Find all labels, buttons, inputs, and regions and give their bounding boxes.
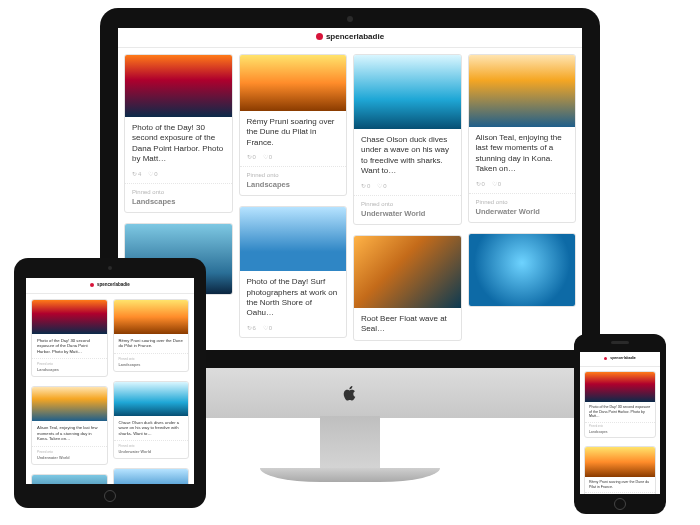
ipad-camera [108, 266, 112, 270]
pinned-onto-label: Pinned onto [476, 199, 569, 205]
ipad-device: spencerlabadie Photo of the Day! 30 seco… [14, 258, 206, 508]
pin-title: Rémy Pruni soaring over the Dune du Pila… [119, 338, 184, 349]
pin-card[interactable]: Root Beer Float wave at Seal… [353, 235, 462, 342]
repin-icon[interactable]: ↻4 [132, 170, 142, 177]
board-link[interactable]: Underwater World [37, 456, 102, 460]
repin-icon[interactable]: ↻0 [247, 153, 257, 160]
underwater-dive-image[interactable] [354, 55, 461, 129]
pin-meta: ↻4 ♡0 [132, 170, 225, 177]
like-icon[interactable]: ♡0 [263, 324, 273, 331]
board-link[interactable]: Underwater World [119, 450, 184, 454]
pin-grid: Photo of the Day! 30 second exposure of … [26, 294, 194, 484]
pin-meta: ↻6 ♡0 [247, 324, 340, 331]
dune-sunset-image[interactable] [585, 447, 655, 477]
pinned-onto-label: Pinned onto [37, 450, 102, 454]
surf-blue-image[interactable] [32, 475, 107, 484]
board-header: spencerlabadie [26, 278, 194, 294]
dune-sunset-image[interactable] [240, 55, 347, 111]
repin-icon[interactable]: ↻0 [361, 182, 371, 189]
pinned-onto-label: Pinned onto [361, 201, 454, 207]
brand-dot-icon [316, 33, 323, 40]
pin-card[interactable]: Photo of the Day! Surf photographers at … [113, 468, 190, 484]
like-icon[interactable]: ♡0 [148, 170, 158, 177]
ipad-screen: spencerlabadie Photo of the Day! 30 seco… [26, 278, 194, 484]
imac-camera [347, 16, 353, 22]
repin-icon[interactable]: ↻6 [247, 324, 257, 331]
iphone-device: spencerlabadie Photo of the Day! 30 seco… [574, 334, 666, 514]
board-link[interactable]: Landscapes [247, 180, 340, 189]
pin-title: Chase Olson duck dives under a wave on h… [361, 135, 454, 177]
board-header: spencerlabadie [118, 28, 582, 48]
board-header: spencerlabadie [580, 352, 660, 367]
pin-meta: ↻0 ♡0 [476, 180, 569, 187]
pin-card[interactable]: Chase Olson duck dives under a wave on h… [353, 54, 462, 225]
pinned-onto-label: Pinned onto [119, 357, 184, 361]
pin-grid: Photo of the Day! 30 second exposure of … [580, 367, 660, 494]
pin-title: Photo of the Day! 30 second exposure of … [132, 123, 225, 165]
sunset-pier-image[interactable] [585, 372, 655, 402]
board-link[interactable]: Underwater World [476, 207, 569, 216]
kona-wave-image[interactable] [469, 55, 576, 127]
sunset-pier-image[interactable] [125, 55, 232, 117]
pinned-onto-label: Pinned onto [37, 362, 102, 366]
like-icon[interactable]: ♡0 [377, 182, 387, 189]
wave-barrel-image[interactable] [354, 236, 461, 308]
pin-title: Rémy Pruni soaring over the Dune du Pila… [247, 117, 340, 148]
board-link[interactable]: Landscapes [119, 363, 184, 367]
blue-pool-image[interactable] [469, 234, 576, 306]
pin-title: Photo of the Day! 30 second exposure of … [37, 338, 102, 354]
apple-logo-icon [341, 384, 359, 402]
board-link[interactable]: Landscapes [589, 430, 651, 434]
repin-icon[interactable]: ↻0 [476, 180, 486, 187]
pin-title: Root Beer Float wave at Seal… [361, 314, 454, 335]
pin-card[interactable]: Rémy Pruni soaring over the Dune du Pila… [584, 446, 656, 494]
ipad-home-button[interactable] [104, 490, 116, 502]
board-link[interactable]: Landscapes [132, 197, 225, 206]
sunset-pier-image[interactable] [32, 300, 107, 334]
brand-dot-icon [604, 357, 607, 360]
pin-title: Photo of the Day! 30 second exposure of … [589, 405, 651, 419]
underwater-dive-image[interactable] [114, 382, 189, 416]
header-username[interactable]: spencerlabadie [97, 282, 130, 287]
like-icon[interactable]: ♡0 [492, 180, 502, 187]
pin-card[interactable]: Photo of the Day! 30 second exposure of … [584, 371, 656, 438]
pinned-onto-label: Pinned onto [132, 189, 225, 195]
pin-card[interactable]: Rémy Pruni soaring over the Dune du Pila… [239, 54, 348, 196]
iphone-speaker [611, 341, 629, 344]
surf-photographers-image[interactable] [114, 469, 189, 484]
pin-card[interactable] [31, 474, 108, 484]
iphone-home-button[interactable] [614, 498, 626, 510]
pin-card[interactable]: Photo of the Day! 30 second exposure of … [31, 299, 108, 377]
surf-photographers-image[interactable] [240, 207, 347, 271]
pin-card[interactable]: Photo of the Day! 30 second exposure of … [124, 54, 233, 213]
like-icon[interactable]: ♡0 [263, 153, 273, 160]
pin-title: Chase Olson duck dives under a wave on h… [119, 420, 184, 436]
pin-card[interactable]: Photo of the Day! Surf photographers at … [239, 206, 348, 338]
pin-title: Rémy Pruni soaring over the Dune du Pila… [589, 480, 651, 489]
pin-card[interactable] [468, 233, 577, 307]
kona-wave-image[interactable] [32, 387, 107, 421]
pin-card[interactable]: Rémy Pruni soaring over the Dune du Pila… [113, 299, 190, 372]
pin-card[interactable]: Chase Olson duck dives under a wave on h… [113, 381, 190, 459]
board-link[interactable]: Landscapes [37, 368, 102, 372]
iphone-screen: spencerlabadie Photo of the Day! 30 seco… [580, 352, 660, 494]
dune-sunset-image[interactable] [114, 300, 189, 334]
pin-meta: ↻0 ♡0 [247, 153, 340, 160]
board-link[interactable]: Underwater World [361, 209, 454, 218]
imac-stand-foot [260, 468, 440, 482]
pin-meta: ↻0 ♡0 [361, 182, 454, 189]
pin-title: Alison Teal, enjoying the last few momen… [37, 425, 102, 441]
brand-dot-icon [90, 283, 94, 287]
pin-card[interactable]: Alison Teal, enjoying the last few momen… [31, 386, 108, 464]
header-username[interactable]: spencerlabadie [326, 32, 384, 41]
imac-stand-neck [320, 416, 380, 474]
pin-card[interactable]: Alison Teal, enjoying the last few momen… [468, 54, 577, 223]
pinned-onto-label: Pinned onto [247, 172, 340, 178]
pin-title: Photo of the Day! Surf photographers at … [247, 277, 340, 319]
header-username[interactable]: spencerlabadie [610, 356, 635, 360]
pinned-onto-label: Pinned onto [119, 444, 184, 448]
pinned-onto-label: Pinned onto [589, 425, 651, 428]
pin-title: Alison Teal, enjoying the last few momen… [476, 133, 569, 175]
